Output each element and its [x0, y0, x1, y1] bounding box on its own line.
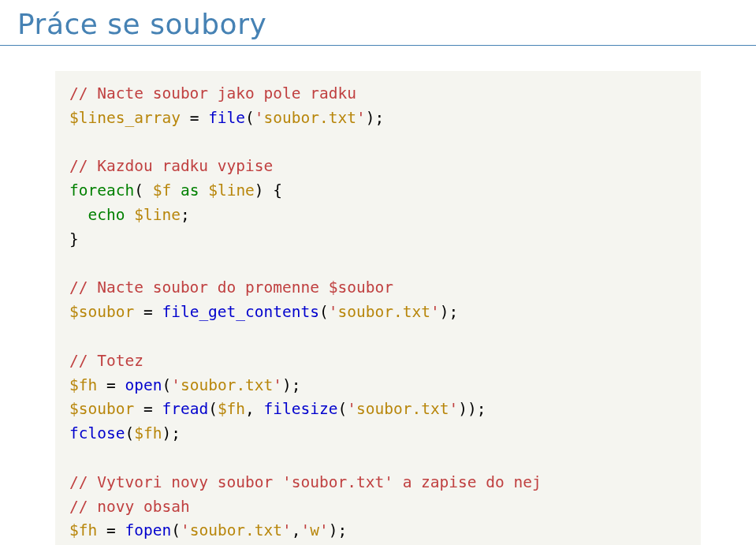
- space: [171, 181, 181, 200]
- brace: }: [69, 230, 79, 248]
- space: [143, 181, 153, 200]
- string: w: [310, 521, 319, 539]
- comment: // Nacte soubor do promenne $soubor: [69, 278, 393, 297]
- variable: $line: [134, 206, 181, 224]
- semicolon: ;: [477, 400, 486, 418]
- quote: ': [301, 521, 311, 539]
- function: open: [125, 376, 162, 394]
- string: soubor.txt: [264, 109, 356, 127]
- semicolon: ;: [338, 521, 348, 539]
- op: =: [181, 109, 208, 127]
- string: soubor.txt: [181, 376, 273, 394]
- brace: {: [264, 181, 282, 200]
- variable: $fh: [69, 376, 97, 394]
- quote: ': [356, 109, 366, 127]
- variable: $fh: [218, 400, 245, 418]
- comment: // novy obsah: [69, 498, 190, 516]
- keyword: foreach: [69, 181, 134, 200]
- quote: ': [255, 109, 264, 127]
- keyword: as: [181, 181, 199, 200]
- variable: $line: [208, 181, 255, 200]
- comment: // Nacte soubor jako pole radku: [69, 84, 356, 103]
- paren: (: [245, 109, 255, 127]
- quote: ': [181, 521, 190, 539]
- quote: ': [273, 376, 282, 394]
- variable: $lines_array: [69, 109, 181, 127]
- paren: (: [319, 303, 329, 321]
- quote: ': [430, 303, 440, 321]
- op: =: [134, 400, 162, 418]
- paren: (: [171, 521, 181, 539]
- space: [255, 400, 264, 418]
- op: =: [97, 376, 125, 394]
- function: filesize: [264, 400, 338, 418]
- paren: ): [329, 521, 338, 539]
- space: [199, 181, 208, 200]
- quote: ': [329, 303, 338, 321]
- op: =: [97, 521, 125, 539]
- paren: ): [440, 303, 449, 321]
- paren: (: [134, 181, 143, 200]
- paren: ): [255, 181, 264, 200]
- op: =: [134, 303, 162, 321]
- space: [125, 206, 134, 224]
- quote: ': [449, 400, 458, 418]
- indent: [69, 206, 88, 224]
- string: soubor.txt: [356, 400, 449, 418]
- semicolon: ;: [171, 424, 181, 442]
- quote: ': [171, 376, 181, 394]
- quote: ': [319, 521, 329, 539]
- variable: $soubor: [69, 303, 134, 321]
- paren: ): [467, 400, 477, 418]
- string: soubor.txt: [338, 303, 430, 321]
- paren: ): [282, 376, 292, 394]
- comma: ,: [292, 521, 301, 539]
- keyword: echo: [88, 206, 125, 224]
- paren: ): [162, 424, 171, 442]
- comment: // Vytvori novy soubor 'soubor.txt' a za…: [69, 473, 542, 491]
- function: fclose: [69, 424, 125, 442]
- comment: // Kazdou radku vypise: [69, 157, 273, 175]
- semicolon: ;: [292, 376, 301, 394]
- paren: (: [162, 376, 171, 394]
- function: fread: [162, 400, 208, 418]
- paren: (: [125, 424, 134, 442]
- page-title: Práce se soubory: [0, 0, 756, 40]
- variable: $soubor: [69, 400, 134, 418]
- variable: $fh: [69, 521, 97, 539]
- semicolon: ;: [375, 109, 385, 127]
- paren: ): [366, 109, 375, 127]
- variable: $f: [153, 181, 171, 200]
- code-block: // Nacte soubor jako pole radku $lines_a…: [55, 71, 701, 545]
- title-underline: [0, 45, 756, 46]
- comment: // Totez: [69, 352, 143, 370]
- paren: ): [458, 400, 467, 418]
- string: soubor.txt: [190, 521, 282, 539]
- variable: $fh: [134, 424, 162, 442]
- semicolon: ;: [181, 206, 190, 224]
- quote: ': [282, 521, 292, 539]
- function: file: [208, 109, 245, 127]
- paren: (: [208, 400, 218, 418]
- semicolon: ;: [449, 303, 458, 321]
- quote: ': [347, 400, 356, 418]
- paren: (: [338, 400, 348, 418]
- function: fopen: [125, 521, 171, 539]
- function: file_get_contents: [162, 303, 319, 321]
- comma: ,: [245, 400, 255, 418]
